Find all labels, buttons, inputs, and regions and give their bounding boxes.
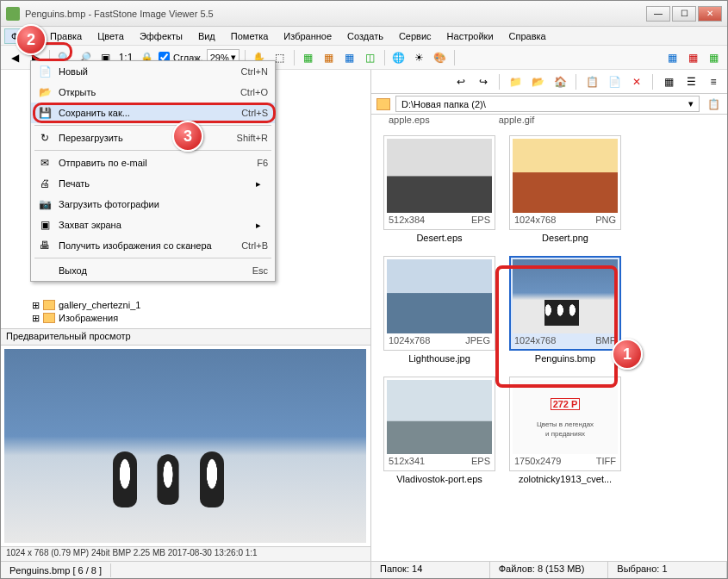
tool-a-icon[interactable]: ▦ (300, 49, 317, 66)
preview-panel (1, 346, 370, 546)
menu-item-shortcut: Ctrl+S (241, 108, 268, 118)
thumb-dim: 1024x768 (389, 335, 430, 347)
new-folder-icon[interactable]: 📂 (529, 73, 546, 90)
delete-icon[interactable]: ✕ (628, 73, 645, 90)
menubar: Файл Правка Цвета Эффекты Вид Пометка Из… (1, 27, 727, 46)
menu-service[interactable]: Сервис (392, 28, 439, 44)
close-button[interactable]: ✕ (698, 6, 722, 22)
thumb-dim: 1024x768 (514, 335, 556, 347)
expand-icon[interactable]: ⊞ (32, 300, 40, 311)
menu-item-label: Сохранить как... (59, 108, 234, 118)
menu-item-захват-экрана[interactable]: ▣ Захват экрана ▸ (31, 215, 275, 235)
callout-1: 1 (612, 339, 643, 370)
app-icon (6, 7, 20, 21)
menu-item-label: Отправить по e-mail (59, 158, 250, 168)
tool-c-icon[interactable]: ▦ (341, 49, 358, 66)
thumbnail-Desert.png[interactable]: 1024x768PNG Desert.png (509, 135, 621, 246)
sep (384, 50, 385, 65)
thumb-dim: 1750x2479 (514, 456, 561, 468)
view2-icon[interactable]: ▦ (684, 49, 701, 66)
refresh-icon[interactable]: 📋 (705, 96, 722, 113)
sep (454, 50, 455, 65)
menu-item-открыть[interactable]: 📂 Открыть Ctrl+O (31, 82, 275, 103)
menu-edit[interactable]: Правка (43, 28, 89, 44)
detail-view-icon[interactable]: ≡ (705, 73, 722, 90)
thumb-dim: 512x341 (389, 456, 425, 468)
menu-item-label: Выход (59, 265, 246, 276)
thumb-filename: Desert.png (509, 230, 621, 246)
menu-item-отправить-по-e-mail[interactable]: ✉ Отправить по e-mail F6 (31, 153, 275, 173)
tool-b-icon[interactable]: ▦ (320, 49, 338, 66)
menu-separator (34, 150, 271, 151)
globe-icon[interactable]: 🌐 (390, 49, 408, 66)
menu-colors[interactable]: Цвета (90, 28, 131, 44)
menu-item-перезагрузить[interactable]: ↻ Перезагрузить Shift+R (31, 128, 275, 148)
palette-icon[interactable]: 🎨 (432, 49, 449, 66)
preview-image[interactable] (4, 349, 366, 543)
thumb-filename: Lighthouse.jpg (383, 351, 495, 366)
col1: apple.eps (389, 115, 430, 130)
menu-item-выход[interactable]: Выход Esc (31, 260, 275, 281)
menu-effects[interactable]: Эффекты (133, 28, 190, 44)
menu-item-label: Перезагрузить (59, 133, 230, 143)
thumbnail-grid[interactable]: 512x384EPS Desert.eps1024x768PNG Desert.… (371, 130, 727, 561)
menu-item-печать[interactable]: 🖨 Печать ▸ (31, 173, 275, 194)
menu-item-получить-изображения-со-сканера[interactable]: 🖶 Получить изображения со сканера Ctrl+B (31, 235, 275, 256)
up-icon[interactable]: 📁 (507, 73, 524, 90)
path-input[interactable]: D:\Новая папка (2)\ ▾ (395, 96, 700, 112)
copy-icon[interactable]: 📋 (583, 73, 600, 90)
menu-item-icon: ✉ (38, 156, 52, 170)
menu-item-shortcut: Ctrl+N (241, 66, 268, 77)
col2: apple.gif (499, 115, 535, 130)
menu-view[interactable]: Вид (191, 28, 222, 44)
thumb-view-icon[interactable]: ▦ (660, 73, 677, 90)
menu-item-сохранить-как-[interactable]: 💾 Сохранить как... Ctrl+S (31, 103, 275, 123)
nav-back-icon[interactable]: ↩ (452, 73, 470, 90)
view3-icon[interactable]: ▦ (705, 49, 722, 66)
menu-item-загрузить-фотографии[interactable]: 📷 Загрузить фотографии (31, 194, 275, 215)
tree-item[interactable]: ⊞ Изображения (6, 312, 365, 325)
menu-item-icon: ▣ (38, 218, 52, 232)
tree-item[interactable]: ⊞ gallery_chertezni_1 (6, 299, 365, 312)
thumb-image: 272 РЦветы в легендахи преданиях (513, 380, 618, 454)
folder-icon (43, 313, 55, 323)
menu-create[interactable]: Создать (340, 28, 390, 44)
thumbnail-Desert.eps[interactable]: 512x384EPS Desert.eps (383, 135, 495, 246)
tool-d-icon[interactable]: ◫ (362, 49, 379, 66)
thumb-filename: Penguins.bmp (509, 351, 621, 366)
thumbnail-Lighthouse.jpg[interactable]: 1024x768JPEG Lighthouse.jpg (383, 256, 495, 366)
minimize-button[interactable]: — (646, 6, 670, 22)
thumbnail-Vladivostok-port.eps[interactable]: 512x341EPS Vladivostok-port.eps (383, 377, 495, 487)
menu-separator (34, 125, 271, 126)
expand-icon[interactable]: ⊞ (32, 313, 40, 324)
status-files: Файлов: 8 (153 MB) (490, 562, 609, 578)
maximize-button[interactable]: ☐ (672, 6, 696, 22)
menu-item-новый[interactable]: 📄 Новый Ctrl+N (31, 61, 275, 82)
menu-help[interactable]: Справка (502, 28, 553, 44)
thumb-filename: zolotnicky1913_cvet... (509, 471, 621, 487)
callout-3: 3 (172, 121, 203, 152)
menu-item-label: Новый (59, 66, 234, 77)
nav-fwd-icon[interactable]: ↪ (475, 73, 492, 90)
menu-item-label: Захват экрана (59, 220, 249, 230)
statusbar-right: Папок: 14 Файлов: 8 (153 MB) Выбрано: 1 (371, 561, 727, 578)
menu-settings[interactable]: Настройки (440, 28, 501, 44)
thumb-image (387, 139, 492, 213)
window-title: Penguins.bmp - FastStone Image Viewer 5.… (25, 9, 646, 19)
preview-header: Предварительный просмотр (1, 328, 370, 346)
window-buttons: — ☐ ✕ (646, 6, 722, 22)
submenu-arrow-icon: ▸ (256, 178, 261, 190)
view1-icon[interactable]: ▦ (663, 49, 681, 66)
menu-mark[interactable]: Пометка (224, 28, 276, 44)
list-view-icon[interactable]: ☰ (682, 73, 700, 90)
thumbnail-Penguins.bmp[interactable]: 1024x768BMP Penguins.bmp (509, 256, 621, 366)
home-icon[interactable]: 🏠 (551, 73, 569, 90)
move-icon[interactable]: 📄 (606, 73, 623, 90)
chevron-down-icon: ▾ (688, 98, 694, 109)
menu-favorites[interactable]: Избранное (277, 28, 339, 44)
right-panel: ↩ ↪ 📁 📂 🏠 📋 📄 ✕ ▦ ☰ ≡ D:\Новая папка (2)… (371, 70, 727, 578)
titlebar: Penguins.bmp - FastStone Image Viewer 5.… (1, 1, 727, 27)
callout-2: 2 (16, 24, 47, 55)
thumbnail-zolotnicky1913_cvet...[interactable]: 272 РЦветы в легендахи преданиях1750x247… (509, 377, 621, 487)
sun-icon[interactable]: ☀ (411, 49, 428, 66)
